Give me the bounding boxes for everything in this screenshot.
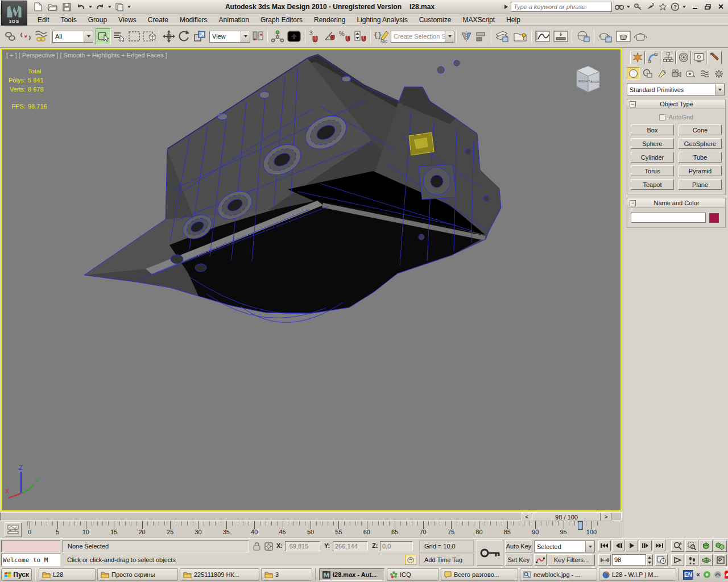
- play-button[interactable]: [626, 540, 638, 551]
- taskbar-item-3-folder[interactable]: 3: [261, 568, 312, 581]
- viewport-canvas[interactable]: [2, 49, 621, 510]
- graphite-modeling-tools-button[interactable]: [511, 28, 530, 44]
- selection-lock-toggle[interactable]: [251, 541, 262, 552]
- new-file-button[interactable]: [32, 1, 44, 13]
- search-dropdown-caret[interactable]: [627, 6, 630, 8]
- taskbar-item-l28-folder[interactable]: L28: [39, 568, 96, 581]
- menu-edit[interactable]: Edit: [32, 15, 55, 25]
- pyramid-button[interactable]: Pyramid: [679, 165, 722, 176]
- trackbar-current-frame-marker[interactable]: [578, 521, 583, 530]
- collapse-icon[interactable]: −: [630, 101, 636, 107]
- minimize-button[interactable]: [690, 2, 700, 11]
- rectangular-selection-region-button[interactable]: [126, 28, 142, 44]
- favorites-star-icon[interactable]: [657, 2, 668, 12]
- search-input[interactable]: [511, 2, 612, 12]
- frame-spinner[interactable]: [646, 554, 653, 566]
- application-menu-button[interactable]: 3DS: [1, 1, 27, 26]
- tray-collapse-chevron[interactable]: «: [696, 571, 700, 579]
- select-and-link-button[interactable]: [2, 28, 18, 44]
- go-to-start-button[interactable]: [598, 540, 611, 551]
- undo-dropdown-caret[interactable]: [89, 6, 92, 8]
- mirror-button[interactable]: [458, 28, 474, 44]
- communication-center-icon[interactable]: [645, 2, 655, 12]
- save-file-button[interactable]: [60, 1, 73, 13]
- category-shapes[interactable]: [641, 67, 654, 80]
- selection-filter-dropdown[interactable]: All: [52, 31, 93, 43]
- set-key-button[interactable]: Set Key: [505, 554, 532, 566]
- menu-help[interactable]: Help: [500, 15, 526, 25]
- torus-button[interactable]: Torus: [631, 165, 674, 176]
- category-cameras[interactable]: [669, 67, 682, 80]
- object-type-header[interactable]: −Object Type: [627, 99, 725, 109]
- menu-lighting-analysis[interactable]: Lighting Analysis: [351, 15, 413, 25]
- zoom-all-button[interactable]: [685, 540, 698, 552]
- open-file-button[interactable]: [46, 1, 59, 13]
- close-button[interactable]: [716, 2, 726, 11]
- menu-views[interactable]: Views: [113, 15, 142, 25]
- menu-tools[interactable]: Tools: [55, 15, 82, 25]
- plane-button[interactable]: Plane: [679, 179, 722, 190]
- autogrid-checkbox[interactable]: [659, 114, 665, 120]
- taskbar-item-firefox[interactable]: L28 - W.I.P | M...: [599, 568, 676, 581]
- spinner-snap-toggle-button[interactable]: [353, 28, 369, 44]
- taskbar-item-225111809-folder[interactable]: 225111809 НК...: [180, 568, 259, 581]
- viewport-label[interactable]: [ + ] [ Perspective ] [ Smooth + Highlig…: [6, 52, 167, 59]
- redo-button[interactable]: [94, 1, 106, 13]
- geosphere-button[interactable]: GeoSphere: [679, 138, 722, 149]
- cone-button[interactable]: Cone: [679, 124, 722, 135]
- tube-button[interactable]: Tube: [679, 152, 722, 163]
- key-filters-button[interactable]: Key Filters...: [548, 554, 595, 566]
- manage-layers-button[interactable]: [493, 28, 511, 44]
- start-button[interactable]: Пуск: [1, 568, 32, 581]
- previous-frame-arrow[interactable]: <: [522, 513, 532, 521]
- auto-key-button[interactable]: Auto Key: [505, 540, 532, 552]
- tab-create[interactable]: [630, 51, 645, 64]
- category-space-warps[interactable]: [698, 67, 711, 80]
- current-frame-field[interactable]: [612, 554, 646, 566]
- time-slider-value[interactable]: 98 / 100: [532, 513, 601, 521]
- category-helpers[interactable]: [684, 67, 697, 80]
- align-button[interactable]: [474, 28, 489, 44]
- named-selection-set-caret[interactable]: [445, 31, 454, 42]
- selection-filter-caret[interactable]: [84, 31, 93, 42]
- go-to-end-button[interactable]: [653, 540, 665, 551]
- maximize-viewport-toggle-button[interactable]: [714, 554, 727, 566]
- language-indicator[interactable]: EN: [683, 570, 693, 580]
- menu-create[interactable]: Create: [142, 15, 174, 25]
- set-keys-big-button[interactable]: [477, 540, 503, 566]
- subscription-key-icon[interactable]: [632, 2, 643, 12]
- keyboard-shortcut-override-button[interactable]: [285, 28, 303, 44]
- help-icon[interactable]: ?: [670, 2, 680, 12]
- zoom-extents-all-button[interactable]: [714, 540, 727, 552]
- field-of-view-button[interactable]: [671, 554, 684, 566]
- category-lights[interactable]: [655, 67, 668, 80]
- render-setup-button[interactable]: [596, 28, 614, 44]
- restore-button[interactable]: [703, 2, 713, 11]
- box-button[interactable]: Box: [631, 124, 674, 135]
- bind-to-space-warp-button[interactable]: [33, 28, 48, 44]
- tray-icq-icon[interactable]: [703, 571, 711, 579]
- tab-display[interactable]: [692, 51, 706, 64]
- absolute-offset-mode-toggle[interactable]: [263, 541, 274, 552]
- menu-animation[interactable]: Animation: [213, 15, 255, 25]
- select-and-move-button[interactable]: [161, 28, 176, 44]
- use-pivot-point-center-button[interactable]: [250, 28, 266, 44]
- zoom-button[interactable]: ±: [671, 540, 684, 552]
- cylinder-button[interactable]: Cylinder: [631, 152, 674, 163]
- x-coordinate-field[interactable]: [285, 541, 320, 551]
- fetch-button[interactable]: [113, 1, 126, 13]
- time-slider-handle[interactable]: < 98 / 100 >: [522, 513, 611, 521]
- orbit-button[interactable]: [700, 554, 713, 566]
- primitive-category-caret[interactable]: [715, 84, 724, 95]
- trackbar-ruler[interactable]: 0510152025303540455055606570758085909510…: [25, 521, 601, 538]
- previous-frame-button[interactable]: [612, 540, 624, 551]
- taskbar-item-l28max[interactable]: l28.max - Aut...: [319, 568, 385, 581]
- name-and-color-header[interactable]: −Name and Color: [627, 198, 725, 208]
- angle-snap-toggle-button[interactable]: [322, 28, 338, 44]
- window-crossing-toggle-button[interactable]: [142, 28, 157, 44]
- select-object-button[interactable]: [96, 28, 111, 44]
- material-editor-button[interactable]: [574, 28, 592, 44]
- taskbar-item-screens-folder[interactable]: Просто скрины: [97, 568, 178, 581]
- taskbar-item-newblock-image[interactable]: newblock.jpg - ...: [520, 568, 597, 581]
- help-dropdown-caret[interactable]: [682, 6, 686, 8]
